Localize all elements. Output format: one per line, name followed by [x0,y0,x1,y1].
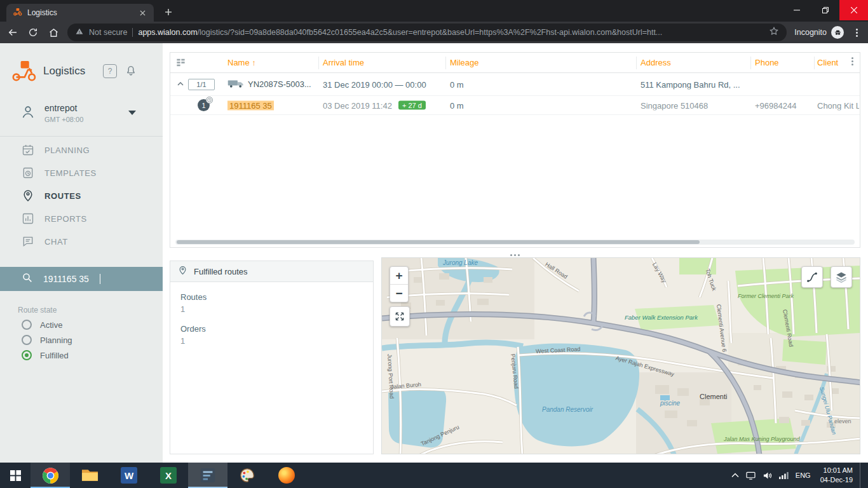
zoom-controls: + − [390,266,409,302]
user-name: entrepot [44,103,77,113]
sort-asc-icon: ↑ [252,58,256,67]
column-header-mileage[interactable]: Mileage [450,58,479,67]
radio-active[interactable]: Active [22,318,62,331]
incognito-indicator: Incognito [794,26,844,39]
url-separator [132,28,133,37]
tab-title: Logistics [27,8,132,17]
not-secure-warning-icon [75,27,84,38]
route-tool-button[interactable] [801,266,823,288]
fullscreen-button[interactable] [390,306,410,327]
bar-chart-icon [22,212,34,225]
home-icon[interactable] [47,26,60,39]
order-row[interactable]: 1 1911165 35 03 Dec 2019 11:42+ 27 d 0 m… [170,96,860,115]
order-phone: +96984244 [755,100,796,110]
order-address: Singapore 510468 [641,100,752,110]
start-button[interactable] [0,463,31,488]
column-header-client[interactable]: Client [817,58,838,67]
map-canvas[interactable] [382,258,860,454]
sidebar-item-routes[interactable]: ROUTES [0,184,163,207]
zoom-out-button[interactable]: − [390,285,408,302]
tray-display-icon[interactable] [746,471,756,480]
tray-volume-icon[interactable] [763,471,772,480]
window-controls [782,0,868,20]
logistics-scooter-logo-icon [10,58,37,85]
sidebar-divider [0,136,163,137]
column-header-phone[interactable]: Phone [755,58,779,67]
user-timezone: GMT +08:00 [44,116,83,123]
show-desktop-button[interactable] [860,463,863,488]
calendar-icon [22,144,34,156]
tray-expand-icon[interactable] [731,473,739,478]
taskbar-excel-icon[interactable]: X [149,463,188,488]
language-indicator[interactable]: ENG [796,471,811,479]
url-text[interactable]: apps.wialon.com/logistics/?sid=09a8de88d… [138,28,764,37]
route-arrival: 31 Dec 2019 00:00 — 00:00 [323,79,447,89]
back-icon[interactable] [6,26,19,39]
column-header-address[interactable]: Address [641,58,671,67]
notifications-bell-icon[interactable] [125,64,137,79]
taskbar-paint-icon[interactable] [227,463,267,488]
tray-network-icon[interactable] [779,471,789,479]
help-button[interactable]: ? [103,64,117,78]
column-header-arrival[interactable]: Arrival time [323,58,364,67]
order-number-badge: 1 [198,99,210,111]
window-restore-button[interactable] [811,0,839,20]
new-tab-button[interactable] [160,5,177,19]
columns-grid-icon[interactable] [176,58,186,69]
sidebar-item-templates[interactable]: TEMPLATES [0,161,163,184]
taskbar-word-icon[interactable]: W [109,463,149,488]
radio-circle-icon [22,335,32,345]
fulfilled-routes-panel: Fulfilled routes Routes 1 Orders 1 [170,261,374,454]
truck-icon [227,79,244,90]
taskbar-explorer-icon[interactable] [70,463,109,488]
order-arrival: 03 Dec 2019 11:42 [323,100,392,110]
search-value: 1911165 35 [43,274,89,284]
route-mileage: 0 m [450,79,464,89]
sidebar-menu: PLANNING TEMPLATES ROUTES [0,139,163,253]
radio-planning[interactable]: Planning [22,334,72,346]
browser-tabstrip: Logistics [0,0,868,22]
user-dropdown-caret-icon[interactable] [128,111,136,115]
security-label[interactable]: Not secure [89,28,127,37]
address-bar[interactable]: Not secure apps.wialon.com/logistics/?si… [67,24,787,41]
order-name-highlighted: 1911165 35 [227,100,274,110]
tab-close-icon[interactable] [137,8,147,18]
zoom-in-button[interactable]: + [390,267,408,284]
scrollbar-thumb[interactable] [177,240,700,244]
search-input[interactable]: 1911165 35 [0,267,163,291]
taskbar-firefox-icon[interactable] [267,463,306,488]
window-minimize-button[interactable] [782,0,811,20]
browser-menu-icon[interactable] [851,29,862,37]
window-close-button[interactable] [839,0,868,20]
taskbar-chrome-icon[interactable] [31,463,70,488]
layers-button[interactable] [831,266,852,288]
taskbar-clock[interactable]: 10:01 AM 04-Dec-19 [818,466,853,485]
radio-fulfilled[interactable]: Fulfilled [22,349,69,362]
refresh-icon[interactable] [27,26,39,39]
route-address: 511 Kampong Bahru Rd, ... [641,79,752,89]
table-header: Name ↑ Arrival time Mileage Address Phon… [170,53,860,73]
stat-value: 1 [180,304,373,314]
panel-header: Fulfilled routes [170,261,373,282]
incognito-icon [831,26,844,39]
radio-circle-icon [22,320,32,330]
user-avatar-icon [20,104,36,122]
column-header-name[interactable]: Name ↑ [227,58,256,67]
sidebar-item-reports[interactable]: REPORTS [0,207,163,230]
collapse-chevron-icon[interactable] [175,79,186,92]
browser-tab[interactable]: Logistics [6,4,154,22]
table-options-icon[interactable] [851,57,853,65]
sidebar-item-label: ROUTES [44,191,81,201]
text-cursor [100,274,100,284]
horizontal-scrollbar[interactable] [175,240,855,245]
route-row[interactable]: 1/1 YN2087S-5003... 31 Dec 2019 00:00 — … [170,73,860,96]
bookmark-star-icon[interactable] [769,26,779,39]
stat-label: Routes [180,292,373,302]
user-section[interactable]: entrepot GMT +08:00 [0,99,163,132]
logistics-app: Logistics ? entrepot GMT +08:00 [0,43,868,463]
order-mileage: 0 m [450,100,464,110]
sidebar-item-planning[interactable]: PLANNING [0,139,163,161]
url-path: /logistics/?sid=09a8de88da040fb5642c0165… [198,28,663,37]
sidebar-item-chat[interactable]: CHAT [0,230,163,253]
taskbar-pinned-app-icon[interactable] [188,463,227,488]
